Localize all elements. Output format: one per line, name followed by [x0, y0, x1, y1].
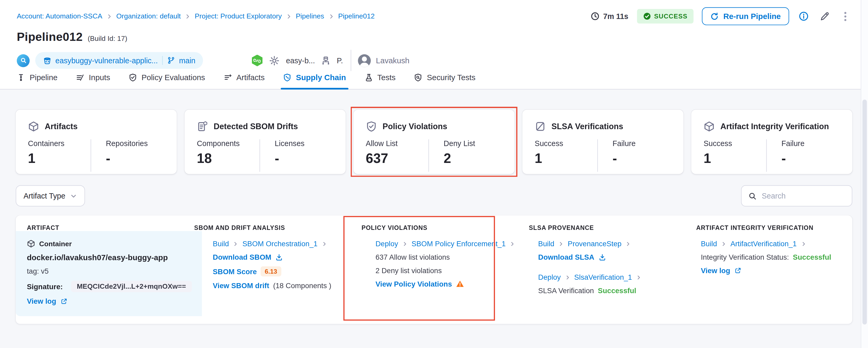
chevron-down-icon: [70, 192, 77, 200]
stat-value: -: [613, 152, 671, 165]
stat-value: 1: [535, 152, 597, 165]
column-header-sbom: SBOM AND DRIFT ANALYSIS: [183, 215, 350, 231]
tab-security-tests[interactable]: Security Tests: [414, 73, 475, 89]
view-sbom-drift-link[interactable]: View SBOM drift: [213, 282, 269, 290]
table-row: Container docker.io/lavakush07/easy-bugg…: [16, 231, 852, 316]
artifact-type-dropdown[interactable]: Artifact Type: [16, 185, 85, 207]
rerun-label: Re-run Pipeline: [723, 12, 781, 21]
chevron-separator-icon: [328, 13, 334, 19]
trigger-icon: [17, 54, 30, 67]
repo-name: easybuggy-vulnerable-applic...: [55, 56, 158, 65]
breadcrumb-account[interactable]: Account: Automation-SSCA: [17, 12, 102, 20]
cell-artifact: Container docker.io/lavakush07/easy-bugg…: [16, 231, 202, 316]
stat-label: Allow List: [366, 139, 429, 148]
search-icon: [748, 192, 757, 200]
duration-text: 7m 11s: [603, 12, 628, 21]
download-sbom-link[interactable]: Download SBOM: [213, 253, 271, 261]
tab-bar: Pipeline Inputs Policy Evaluations Artif…: [17, 73, 476, 89]
rerun-pipeline-button[interactable]: Re-run Pipeline: [702, 7, 789, 25]
stat-label: Failure: [613, 139, 671, 148]
sbom-step-link[interactable]: SBOM Orchestration_1: [242, 239, 317, 248]
breadcrumb-pipelines[interactable]: Pipelines: [296, 12, 324, 20]
tab-artifacts[interactable]: Artifacts: [223, 73, 265, 89]
scrollbar[interactable]: [861, 0, 868, 348]
integrity-status-value: Successful: [793, 253, 831, 261]
stat-value: 2: [444, 152, 502, 165]
page: Account: Automation-SSCA Organization: d…: [0, 0, 868, 348]
stat-label: Deny List: [444, 139, 502, 148]
view-policy-violations-link[interactable]: View Policy Violations: [375, 280, 452, 288]
execution-meta-row: easybuggy-vulnerable-applic... main easy…: [0, 44, 868, 71]
info-icon[interactable]: [798, 10, 810, 22]
execution-duration: 7m 11s: [591, 12, 628, 21]
chevron-separator-icon: [106, 13, 112, 19]
tab-label: Artifacts: [236, 73, 265, 82]
policy-step-link[interactable]: SBOM Policy Enforcement_1: [412, 239, 506, 248]
view-log-link[interactable]: View log: [701, 266, 730, 275]
page-title: Pipeline012: [17, 30, 83, 44]
stat-value: -: [275, 152, 333, 165]
integrity-stage-link[interactable]: Build: [701, 239, 717, 248]
card-title-text: Detected SBOM Drifts: [214, 122, 298, 131]
policy-stage-link[interactable]: Deploy: [375, 239, 398, 248]
column-header-policy: POLICY VIOLATIONS: [350, 215, 518, 231]
slsa-step2-link[interactable]: SlsaVerification_1: [574, 273, 632, 282]
link-icon: [253, 57, 261, 64]
sbom-stage-link[interactable]: Build: [213, 239, 229, 248]
card-title-text: Artifact Integrity Verification: [720, 122, 829, 131]
tab-label: Pipeline: [30, 73, 57, 82]
user-cluster: Lavakush: [358, 54, 409, 67]
download-icon: [275, 253, 283, 261]
integrity-step-link[interactable]: ArtifactVerification_1: [731, 239, 797, 248]
stat-label: Repositories: [106, 139, 164, 148]
header-actions: 7m 11s SUCCESS Re-run Pipeline: [591, 7, 851, 25]
search-input[interactable]: [762, 192, 861, 200]
trigger-cluster: easy-b... P.: [251, 55, 343, 66]
breadcrumb-organization[interactable]: Organization: default: [116, 12, 181, 20]
pill-divider: [162, 56, 163, 65]
slsa-stage2-link[interactable]: Deploy: [538, 273, 561, 282]
tab-policy-evaluations[interactable]: Policy Evaluations: [129, 73, 205, 89]
stat-value: 1: [704, 152, 766, 165]
tab-pipeline[interactable]: Pipeline: [17, 73, 58, 89]
cell-artifact-integrity: Build ArtifactVerification_1 Integrity V…: [690, 231, 852, 316]
warning-icon: [456, 280, 464, 288]
slsa-stage1-link[interactable]: Build: [538, 239, 554, 248]
cell-slsa-provenance: Build ProvenanceStep Download SLSA Deplo…: [527, 231, 690, 316]
edit-icon[interactable]: [818, 10, 831, 23]
package-icon: [704, 121, 715, 132]
deny-list-violations: 2 Deny list violations: [375, 266, 517, 275]
stat-label: Licenses: [275, 139, 333, 148]
view-log-link[interactable]: View log: [27, 297, 56, 306]
stat-value: 1: [28, 152, 91, 165]
tab-tests[interactable]: Tests: [365, 73, 396, 89]
slsa-status-label: SLSA Verification: [538, 287, 594, 295]
artifacts-icon: [223, 73, 232, 82]
artifacts-table: ARTIFACT SBOM AND DRIFT ANALYSIS POLICY …: [16, 215, 852, 324]
external-link-icon: [60, 298, 67, 305]
tab-inputs[interactable]: Inputs: [76, 73, 110, 89]
chevron-separator-icon: [286, 13, 292, 19]
card-artifacts: Artifacts Containers1 Repositories-: [16, 110, 177, 174]
repository-icon: [43, 56, 51, 65]
package-icon: [28, 121, 39, 132]
slsa-status-value: Successful: [598, 287, 637, 295]
card-sbom-drifts: Detected SBOM Drifts Components18 Licens…: [184, 110, 345, 174]
slsa-step1-link[interactable]: ProvenanceStep: [568, 239, 622, 248]
branch-link[interactable]: main: [167, 56, 195, 65]
column-header-artifact: ARTIFACT: [16, 215, 183, 231]
kebab-menu-icon[interactable]: [840, 10, 851, 23]
dropdown-label: Artifact Type: [24, 192, 65, 200]
download-slsa-link[interactable]: Download SLSA: [538, 253, 594, 261]
column-header-slsa: SLSA PROVENANCE: [518, 215, 685, 231]
chevron-separator-icon: [233, 241, 239, 246]
repo-link[interactable]: easybuggy-vulnerable-applic...: [43, 56, 158, 65]
card-title-text: SLSA Verifications: [552, 122, 623, 131]
stat-value: 637: [366, 152, 429, 165]
scrollbar-thumb[interactable]: [862, 100, 867, 324]
tab-supply-chain[interactable]: Supply Chain: [283, 73, 346, 89]
sbom-score-link[interactable]: SBOM Score: [213, 267, 257, 276]
breadcrumb-current-pipeline[interactable]: Pipeline012: [338, 12, 375, 20]
breadcrumb-project[interactable]: Project: Product Exploratory: [195, 12, 282, 20]
cell-policy-violations: Deploy SBOM Policy Enforcement_1 637 All…: [364, 231, 527, 316]
